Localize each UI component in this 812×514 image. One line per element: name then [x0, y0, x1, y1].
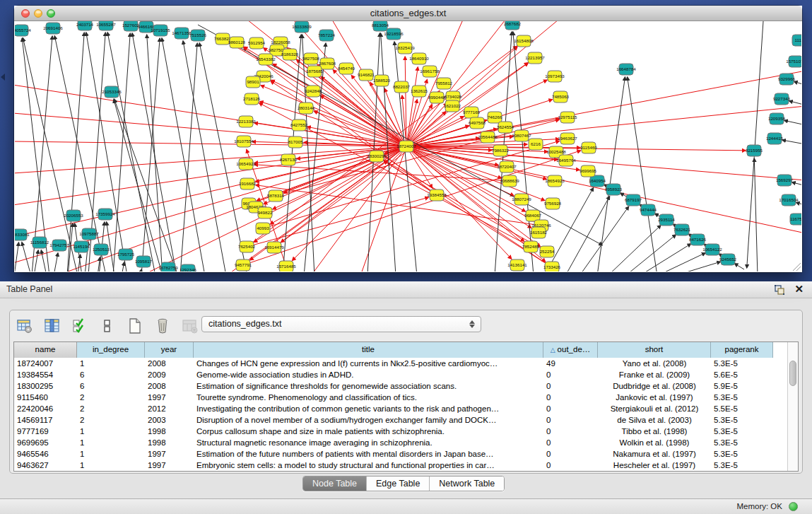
table-cell-name[interactable]: 14569117	[14, 415, 77, 426]
table-cell-in_degree[interactable]: 1	[77, 449, 145, 460]
panel-collapse-arrow-icon[interactable]	[1, 74, 5, 81]
delete-table-icon[interactable]	[181, 317, 199, 335]
graph-node[interactable]: 10654923	[236, 158, 256, 170]
graph-node[interactable]: 16914479	[264, 242, 284, 253]
graph-node[interactable]: 19384554	[427, 189, 447, 201]
graph-node[interactable]: 252254	[540, 246, 555, 257]
graph-node[interactable]: 817005	[288, 136, 303, 148]
column-header-name[interactable]: name	[14, 342, 77, 358]
table-cell-in_degree[interactable]: 2	[77, 392, 145, 404]
table-cell-out_de[interactable]: 0	[543, 449, 598, 460]
table-cell-pagerank[interactable]: 5.9E-5	[711, 381, 773, 392]
graph-node[interactable]: 2718126	[243, 93, 261, 105]
graph-node[interactable]: 19218596	[384, 28, 404, 40]
graph-node[interactable]: 949822	[258, 207, 273, 218]
table-cell-year[interactable]: 2012	[145, 404, 194, 415]
graph-node[interactable]: 7485063	[552, 91, 570, 103]
table-cell-year[interactable]: 2008	[145, 358, 194, 370]
table-cell-pagerank[interactable]: 5.3E-5	[711, 358, 773, 370]
table-cell-in_degree[interactable]: 6	[77, 370, 145, 381]
show-columns-icon[interactable]	[43, 317, 61, 335]
table-cell-in_degree[interactable]: 2	[77, 415, 145, 426]
graph-node[interactable]: 1209358	[768, 113, 786, 124]
graph-node[interactable]: 8215955	[746, 145, 763, 156]
graph-node[interactable]: 9457791	[235, 259, 252, 271]
graph-node[interactable]: 18325419	[395, 42, 415, 54]
table-cell-name[interactable]: 19384554	[14, 370, 77, 381]
table-cell-short[interactable]: Yano et al. (2008)	[598, 358, 711, 370]
table-cell-out_de[interactable]: 0	[543, 460, 598, 472]
table-cell-out_de[interactable]: 0	[543, 404, 598, 415]
table-row[interactable]: 911546021997Tourette syndrome. Phenomeno…	[14, 392, 773, 404]
table-cell-short[interactable]: Jankovic et al. (1997)	[598, 392, 711, 404]
table-cell-name[interactable]: 22420046	[14, 404, 77, 415]
graph-node[interactable]: 17359924	[95, 209, 115, 220]
column-header-pagerank[interactable]: pagerank	[711, 342, 773, 358]
graph-node[interactable]: 8813054	[372, 20, 389, 31]
graph-node[interactable]: 10807467	[512, 130, 531, 141]
table-cell-short[interactable]: Hescheler et al. (1997)	[598, 460, 711, 472]
graph-node[interactable]: 10688639	[500, 175, 519, 187]
graph-node[interactable]: 12213383	[236, 116, 256, 127]
table-cell-title[interactable]: Embryonic stem cells: a model to study s…	[194, 460, 543, 472]
table-cell-pagerank[interactable]: 5.3E-5	[711, 438, 773, 449]
graph-node[interactable]: 19463627	[558, 133, 577, 144]
table-cell-pagerank[interactable]: 5.6E-5	[711, 370, 773, 381]
table-cell-out_de[interactable]: 0	[543, 370, 598, 381]
table-cell-pagerank[interactable]: 5.3E-5	[711, 415, 773, 426]
graph-node[interactable]: 1621022	[444, 100, 461, 112]
graph-node[interactable]: 2935114	[658, 214, 675, 226]
graph-node[interactable]: 8990448	[428, 92, 446, 103]
graph-node[interactable]: 16648784	[616, 64, 636, 75]
column-header-out_de[interactable]: △out_de…	[543, 342, 598, 358]
table-cell-out_de[interactable]: 0	[543, 438, 598, 449]
graph-node[interactable]: 18720407	[497, 161, 517, 173]
table-cell-pagerank[interactable]: 5.3E-5	[711, 449, 773, 460]
graph-node[interactable]: 1362615	[411, 86, 428, 97]
graph-node[interactable]: 5878314	[267, 190, 285, 201]
graph-node[interactable]: 9146821	[358, 69, 375, 81]
graph-node[interactable]: 10719155	[151, 25, 170, 36]
table-row[interactable]: 1938455462009Genome-wide association stu…	[14, 370, 773, 381]
table-cell-name[interactable]: 18300295	[14, 381, 77, 392]
graph-node[interactable]: 9227343	[773, 93, 791, 105]
table-cell-year[interactable]: 2003	[145, 415, 194, 426]
table-row[interactable]: 977716911998Corpus callosum shape and si…	[14, 426, 773, 438]
tab-node-table[interactable]: Node Table	[303, 477, 366, 491]
table-cell-in_degree[interactable]: 1	[77, 460, 145, 472]
table-row[interactable]: 2242004622012Investigating the contribut…	[14, 404, 773, 415]
graph-node[interactable]: 7852485	[522, 241, 540, 252]
graph-node[interactable]: 18640910	[409, 53, 429, 64]
graph-node[interactable]: 5912954	[248, 37, 266, 49]
table-cell-title[interactable]: Structural magnetic resonance image aver…	[194, 438, 543, 449]
table-cell-short[interactable]: Wolkin et al. (1998)	[598, 438, 711, 449]
table-cell-title[interactable]: Corpus callosum shape and size in male p…	[194, 426, 543, 438]
graph-node[interactable]: 18654923	[545, 175, 565, 187]
graph-node[interactable]: 8471626	[689, 234, 707, 245]
graph-node[interactable]: 98901	[246, 76, 260, 88]
table-cell-short[interactable]: de Silva et al. (2003)	[598, 415, 711, 426]
column-header-short[interactable]: short	[598, 342, 711, 358]
scrollbar-thumb[interactable]	[789, 361, 796, 386]
graph-node[interactable]: 1244415	[766, 133, 784, 144]
graph-node[interactable]: 1145194	[73, 241, 90, 252]
table-cell-name[interactable]: 9465546	[14, 449, 77, 460]
graph-node[interactable]: 8186328	[281, 49, 299, 60]
table-cell-title[interactable]: Tourette syndrome. Phenomenology and cla…	[194, 392, 543, 404]
graph-node[interactable]: 18107554	[234, 136, 254, 147]
graph-node[interactable]: 11156812	[30, 237, 49, 248]
select-visible-columns-icon[interactable]	[71, 317, 89, 335]
graph-node[interactable]: 7986322	[492, 145, 510, 156]
graph-node[interactable]: 18807249	[512, 194, 531, 205]
table-cell-short[interactable]: Nakamura et al. (1997)	[598, 449, 711, 460]
graph-node[interactable]: 40993	[256, 223, 270, 234]
table-cell-title[interactable]: Disruption of a novel member of a sodium…	[194, 415, 543, 426]
create-column-icon[interactable]	[126, 317, 144, 335]
table-cell-out_de[interactable]: 0	[543, 381, 598, 392]
table-cell-name[interactable]: 9699695	[14, 438, 77, 449]
graph-node[interactable]: 9699695	[579, 165, 597, 177]
network-view-window[interactable]: 2405572420691406240371410655287152760294…	[14, 6, 802, 272]
graph-node[interactable]: 8958923	[605, 184, 623, 195]
graph-node[interactable]: 7632621	[673, 224, 691, 235]
graph-node[interactable]: 18300295	[367, 151, 387, 162]
